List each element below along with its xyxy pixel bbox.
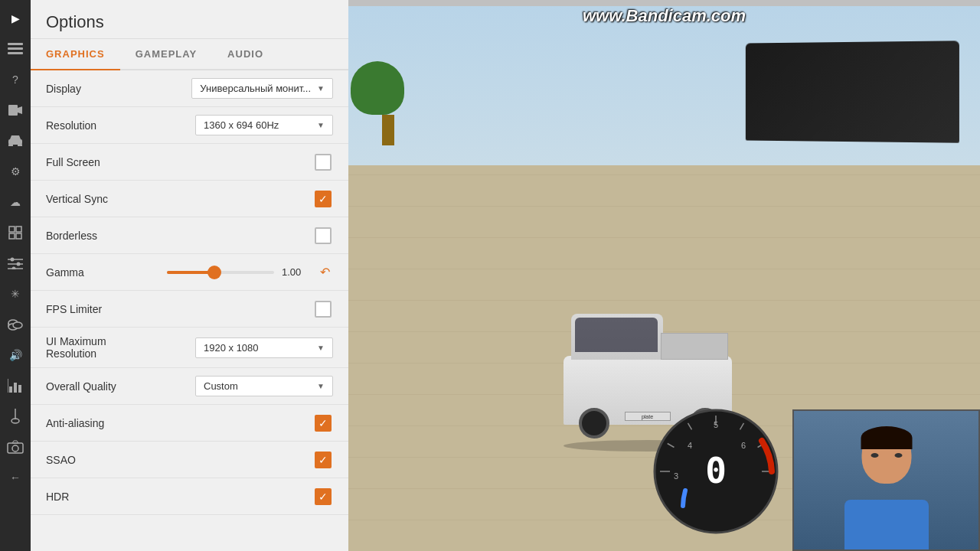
sidebar-snowflake-icon[interactable]: ✳	[5, 283, 26, 305]
ui-max-res-label: UI Maximum Resolution	[46, 335, 195, 360]
sidebar-car-icon[interactable]	[5, 130, 26, 152]
fullscreen-label: Full Screen	[46, 156, 313, 168]
anti-aliasing-control: ✓	[313, 413, 333, 433]
display-label: Display	[46, 83, 191, 95]
gamma-slider-thumb[interactable]	[207, 266, 221, 279]
svg-marker-6	[10, 135, 21, 139]
tab-audio[interactable]: AUDIO	[212, 39, 279, 69]
person-body	[844, 500, 929, 549]
sidebar-play-icon[interactable]: ▶	[5, 8, 26, 29]
borderless-checkbox-unchecked	[315, 227, 332, 244]
sidebar-cloud-icon[interactable]: ☁	[5, 191, 26, 213]
speedometer: 3 4 5 6 0	[651, 406, 781, 540]
speed-value: 0	[705, 450, 727, 491]
display-setting: Display Универсальный монит... ▼	[31, 70, 348, 107]
tab-gameplay[interactable]: GAMEPLAY	[120, 39, 212, 69]
sidebar-camera-icon[interactable]	[5, 436, 26, 458]
settings-list: Display Универсальный монит... ▼ Resolut…	[31, 70, 348, 551]
person-hair	[861, 426, 912, 449]
car-cab	[571, 314, 663, 360]
hdr-checkbox[interactable]: ✓	[313, 487, 333, 507]
ui-max-res-control: 1920 x 1080 ▼	[195, 337, 333, 358]
ui-max-res-dropdown[interactable]: 1920 x 1080 ▼	[195, 337, 333, 358]
svg-rect-25	[14, 383, 17, 393]
hdr-checkbox-checked: ✓	[315, 488, 332, 505]
sidebar-chart-icon[interactable]	[5, 375, 26, 396]
vsync-checkbox-checked: ✓	[315, 191, 332, 207]
vsync-checkbox[interactable]: ✓	[313, 189, 333, 209]
resolution-setting: Resolution 1360 x 694 60Hz ▼	[31, 107, 348, 144]
overall-quality-value: Custom	[204, 380, 238, 392]
car-windshield	[575, 318, 658, 352]
svg-rect-1	[8, 47, 23, 50]
vsync-label: Vertical Sync	[46, 193, 313, 205]
anti-aliasing-setting: Anti-aliasing ✓	[31, 405, 348, 442]
resolution-dropdown-arrow: ▼	[317, 121, 325, 129]
svg-point-14	[11, 258, 15, 262]
resolution-label: Resolution	[46, 119, 195, 132]
car-bed	[661, 333, 728, 360]
ssao-setting: SSAO ✓	[31, 442, 348, 478]
right-eye	[894, 453, 902, 458]
fullscreen-control	[313, 152, 333, 172]
svg-point-30	[12, 445, 18, 452]
left-eye	[871, 453, 878, 458]
borderless-control	[313, 226, 333, 246]
overall-quality-dropdown-arrow: ▼	[317, 382, 325, 390]
ui-max-res-dropdown-arrow: ▼	[317, 344, 325, 352]
svg-rect-10	[16, 227, 21, 232]
tree-trunk	[382, 115, 394, 145]
gamma-value: 1.00	[282, 266, 309, 278]
svg-rect-26	[18, 385, 21, 393]
fps-limiter-checkbox[interactable]	[313, 299, 333, 319]
person-head	[861, 426, 911, 484]
svg-rect-12	[16, 233, 21, 239]
sidebar-layers-icon[interactable]	[5, 38, 26, 60]
svg-rect-3	[8, 105, 18, 116]
tab-graphics[interactable]: GRAPHICS	[31, 39, 120, 70]
fps-limiter-setting: FPS Limiter	[31, 291, 348, 328]
svg-text:3: 3	[674, 471, 678, 481]
sidebar-help-icon[interactable]: ?	[5, 69, 26, 90]
sidebar-back-icon[interactable]: ←	[5, 467, 26, 488]
svg-marker-4	[18, 106, 22, 114]
sidebar-speaker-icon[interactable]: 🔊	[5, 344, 26, 366]
sidebar-gear-icon[interactable]: ⚙	[5, 161, 26, 182]
tree-leaves	[351, 61, 404, 115]
svg-rect-11	[9, 233, 15, 239]
webcam-person	[794, 411, 978, 549]
resolution-control: 1360 x 694 60Hz ▼	[195, 115, 333, 135]
fullscreen-checkbox[interactable]	[313, 152, 333, 172]
svg-text:6: 6	[741, 441, 746, 450]
sidebar-sliders-icon[interactable]	[5, 253, 26, 274]
sidebar: ▶ ? ⚙ ☁	[0, 0, 31, 551]
svg-rect-0	[8, 43, 23, 45]
anti-aliasing-checkbox[interactable]: ✓	[313, 413, 333, 433]
sidebar-coins-icon[interactable]	[5, 314, 26, 335]
gamma-control: 1.00 ↶	[167, 264, 333, 281]
overall-quality-dropdown[interactable]: Custom ▼	[195, 376, 333, 396]
sidebar-grid-icon[interactable]	[5, 222, 26, 243]
speedometer-svg: 3 4 5 6 0	[651, 406, 781, 536]
display-dropdown-arrow: ▼	[317, 84, 325, 93]
display-control: Универсальный монит... ▼	[191, 78, 333, 99]
options-panel: Options GRAPHICS GAMEPLAY AUDIO Display …	[31, 0, 348, 551]
ui-max-res-setting: UI Maximum Resolution 1920 x 1080 ▼	[31, 328, 348, 368]
sidebar-brush-icon[interactable]	[5, 406, 26, 427]
gamma-reset-button[interactable]: ↶	[316, 264, 333, 281]
resolution-dropdown[interactable]: 1360 x 694 60Hz ▼	[195, 115, 333, 135]
overall-quality-control: Custom ▼	[195, 376, 333, 396]
overall-quality-label: Overall Quality	[46, 380, 195, 393]
ssao-checkbox[interactable]: ✓	[313, 450, 333, 470]
display-dropdown[interactable]: Универсальный монит... ▼	[191, 78, 333, 99]
svg-point-23	[13, 322, 22, 328]
top-bar	[348, 0, 980, 6]
anti-aliasing-label: Anti-aliasing	[46, 417, 313, 429]
vsync-control: ✓	[313, 189, 333, 209]
fullscreen-setting: Full Screen	[31, 144, 348, 181]
borderless-checkbox[interactable]	[313, 226, 333, 246]
hdr-control: ✓	[313, 487, 333, 507]
gamma-slider-track[interactable]	[167, 271, 274, 274]
sidebar-video-icon[interactable]	[5, 99, 26, 121]
hdr-setting: HDR ✓	[31, 478, 348, 515]
